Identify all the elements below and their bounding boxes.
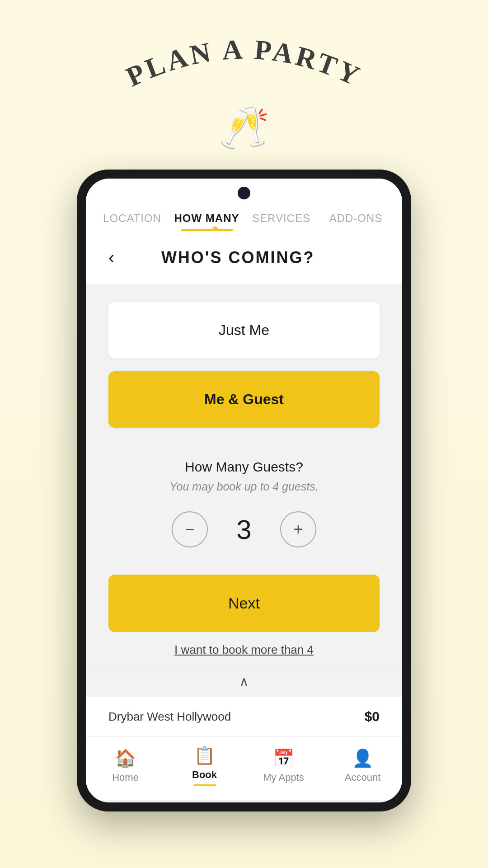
- nav-my-appts[interactable]: 📅 My Appts: [244, 748, 323, 783]
- me-and-guest-button[interactable]: Me & Guest: [108, 371, 380, 428]
- svg-text:PLAN A PARTY: PLAN A PARTY: [122, 36, 367, 92]
- book-icon: 📋: [194, 745, 215, 765]
- plan-a-party-text: PLAN A PARTY: [122, 36, 367, 92]
- summary-price: $0: [365, 709, 380, 724]
- top-header: PLAN A PARTY 🥂: [104, 0, 384, 151]
- my-appts-icon: 📅: [273, 748, 294, 768]
- bottom-navigation: 🏠 Home 📋 Book 📅 My Appts 👤 Account: [86, 736, 402, 800]
- next-button[interactable]: Next: [108, 575, 380, 632]
- increment-button[interactable]: +: [280, 511, 316, 547]
- guests-subtitle: You may book up to 4 guests.: [169, 480, 318, 493]
- camera-dot: [238, 187, 250, 199]
- guests-counter: − 3 +: [172, 511, 316, 547]
- tab-location[interactable]: LOCATION: [95, 204, 169, 231]
- nav-book[interactable]: 📋 Book: [165, 745, 244, 786]
- tab-services[interactable]: SERVICES: [244, 204, 319, 231]
- summary-location: Drybar West Hollywood: [108, 710, 231, 724]
- plan-a-party-arch: PLAN A PARTY: [104, 36, 384, 99]
- page-header: ‹ WHO'S COMING?: [86, 231, 402, 284]
- nav-book-label: Book: [192, 769, 217, 781]
- guests-title: How Many Guests?: [185, 459, 303, 475]
- decrement-button[interactable]: −: [172, 511, 208, 547]
- account-icon: 👤: [352, 748, 373, 768]
- next-section: Next I want to book more than 4: [86, 561, 402, 666]
- tab-how-many[interactable]: HOW MANY: [169, 204, 244, 231]
- options-area: Just Me Me & Guest: [86, 284, 402, 446]
- chevron-up-icon: ∧: [239, 674, 249, 689]
- tab-add-ons[interactable]: ADD-ONS: [319, 204, 393, 231]
- phone-frame: LOCATION HOW MANY SERVICES ADD-ONS ‹ WHO…: [77, 170, 411, 811]
- just-me-button[interactable]: Just Me: [108, 302, 380, 359]
- guests-section: How Many Guests? You may book up to 4 gu…: [86, 446, 402, 561]
- nav-my-appts-label: My Appts: [263, 772, 304, 783]
- guests-count: 3: [230, 514, 258, 545]
- main-content: ‹ WHO'S COMING? Just Me Me & Guest How M…: [86, 231, 402, 802]
- summary-chevron[interactable]: ∧: [86, 666, 402, 697]
- summary-bar: Drybar West Hollywood $0: [86, 697, 402, 736]
- camera-notch-area: [86, 179, 402, 204]
- nav-home[interactable]: 🏠 Home: [86, 748, 165, 783]
- nav-home-label: Home: [112, 772, 139, 783]
- nav-account-label: Account: [345, 772, 381, 783]
- book-more-link[interactable]: I want to book more than 4: [174, 643, 314, 657]
- nav-account[interactable]: 👤 Account: [323, 748, 402, 783]
- page-title: WHO'S COMING?: [114, 248, 361, 267]
- home-icon: 🏠: [115, 748, 136, 768]
- back-button[interactable]: ‹: [108, 247, 114, 268]
- champagne-icon: 🥂: [219, 104, 269, 151]
- tab-navigation: LOCATION HOW MANY SERVICES ADD-ONS: [86, 204, 402, 231]
- phone-screen: LOCATION HOW MANY SERVICES ADD-ONS ‹ WHO…: [86, 179, 402, 802]
